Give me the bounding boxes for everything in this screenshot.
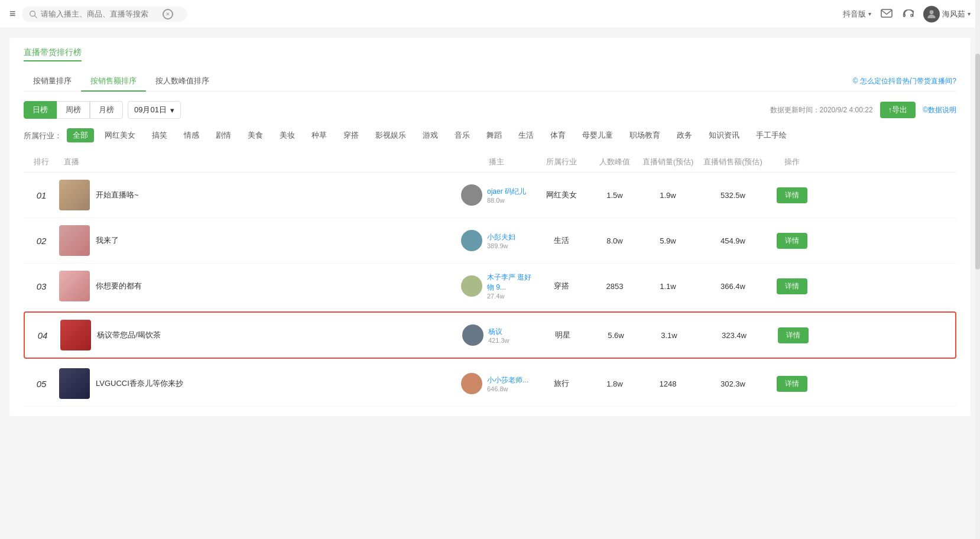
detail-button[interactable]: 详情	[777, 376, 807, 392]
header-sales-volume: 直播销量(预估)	[638, 157, 697, 167]
period-btn-group: 日榜 周榜 月榜	[24, 101, 123, 119]
streamer-col: 小小莎老师... 646.8w	[461, 373, 532, 394]
main-content: 直播带货排行榜 按销量排序 按销售额排序 按人数峰值排序 © 怎么定位抖音热门带…	[9, 38, 971, 416]
headset-icon-btn[interactable]	[902, 8, 914, 20]
industry-tag-17[interactable]: 政务	[671, 128, 698, 142]
industry-tag-7[interactable]: 种草	[306, 128, 333, 142]
action-col: 详情	[768, 376, 816, 392]
table-row: 05 LVGUCCI香奈儿等你来抄 小小莎老师... 646.8w 旅行 1.8…	[24, 361, 956, 407]
streamer-name[interactable]: 杨议	[488, 327, 509, 337]
btn-monthly[interactable]: 月榜	[90, 101, 123, 119]
detail-button[interactable]: 详情	[778, 327, 809, 343]
live-col: 开始直播咯~	[59, 180, 461, 210]
help-icon: ©	[852, 77, 858, 85]
industry-tag-6[interactable]: 美妆	[274, 128, 301, 142]
rank-number: 01	[24, 190, 59, 200]
streamer-avatar	[461, 230, 482, 251]
data-explain-link[interactable]: ©数据说明	[923, 105, 956, 115]
filter-right: 数据更新时间：2020/9/2 4:00:22 ↑导出 ©数据说明	[770, 102, 956, 118]
sales-amount-val: 323.4w	[699, 331, 770, 340]
live-col: 你想要的都有	[59, 271, 461, 301]
industry-tag-5[interactable]: 美食	[242, 128, 269, 142]
live-thumbnail	[59, 225, 90, 256]
menu-icon[interactable]: ≡	[9, 8, 16, 20]
streamer-name[interactable]: 小小莎老师...	[487, 375, 528, 385]
industry-tag-14[interactable]: 体育	[544, 128, 572, 142]
live-col: LVGUCCI香奈儿等你来抄	[59, 368, 461, 399]
scrollbar[interactable]	[975, 0, 980, 426]
scrollbar-thumb[interactable]	[975, 54, 980, 270]
nav-left: ≡ ✕	[9, 7, 187, 22]
industry-label: 所属行业：	[24, 131, 62, 141]
industry-tag-12[interactable]: 舞蹈	[481, 128, 508, 142]
streamer-info: 杨议 421.3w	[488, 327, 509, 344]
streamer-avatar	[461, 184, 482, 206]
industry-tag-13[interactable]: 生活	[512, 128, 540, 142]
sales-volume-val: 5.9w	[638, 236, 697, 245]
peak-viewers-val: 5.6w	[592, 331, 640, 340]
streamer-name[interactable]: 小彭夫妇	[487, 232, 515, 242]
streamer-fans: 421.3w	[488, 337, 509, 344]
clear-search-icon[interactable]: ✕	[163, 9, 173, 20]
industry-tag-4[interactable]: 剧情	[210, 128, 237, 142]
industry-tag-16[interactable]: 职场教育	[624, 128, 666, 142]
btn-daily[interactable]: 日榜	[24, 101, 57, 119]
sales-volume-val: 1.9w	[638, 191, 697, 200]
industry-tag-10[interactable]: 游戏	[417, 128, 444, 142]
tab-peak-viewers[interactable]: 按人数峰值排序	[146, 71, 219, 91]
streamer-name[interactable]: 木子李严 逛好物 9...	[487, 272, 532, 293]
tab-sales-amount[interactable]: 按销售额排序	[81, 71, 146, 91]
industry-val: 穿搭	[532, 281, 591, 291]
sales-volume-val: 3.1w	[640, 331, 699, 340]
streamer-info: ojaer 码纪儿 88.0w	[487, 187, 526, 204]
tab-sales-volume[interactable]: 按销量排序	[24, 71, 81, 91]
industry-tag-15[interactable]: 母婴儿童	[576, 128, 619, 142]
industry-val: 网红美女	[532, 190, 591, 200]
detail-button[interactable]: 详情	[777, 278, 807, 294]
sales-amount-val: 302.3w	[697, 379, 768, 388]
live-title: 我来了	[96, 235, 119, 246]
streamer-col: 小彭夫妇 389.9w	[461, 230, 532, 251]
industry-tag-1[interactable]: 网红美女	[99, 128, 141, 142]
streamer-name[interactable]: ojaer 码纪儿	[487, 187, 526, 197]
industry-tag-11[interactable]: 音乐	[449, 128, 476, 142]
industry-tag-9[interactable]: 影视娱乐	[369, 128, 412, 142]
peak-viewers-val: 8.0w	[591, 236, 638, 245]
streamer-col: 木子李严 逛好物 9... 27.4w	[461, 272, 532, 300]
sales-volume-val: 1.1w	[638, 282, 697, 291]
help-link-text: 怎么定位抖音热门带货直播间?	[860, 76, 956, 86]
help-link[interactable]: © 怎么定位抖音热门带货直播间?	[852, 76, 956, 86]
user-avatar-btn[interactable]: 海风茹 ▾	[923, 6, 971, 22]
detail-button[interactable]: 详情	[777, 187, 807, 203]
streamer-info: 小彭夫妇 389.9w	[487, 232, 515, 249]
action-col: 详情	[768, 187, 816, 203]
industry-val: 生活	[532, 235, 591, 246]
header-industry: 所属行业	[532, 157, 591, 167]
version-selector[interactable]: 抖音版 ▾	[843, 9, 871, 20]
industry-val: 旅行	[532, 378, 591, 389]
search-bar[interactable]: ✕	[22, 7, 187, 22]
streamer-avatar	[461, 275, 482, 297]
industry-tag-3[interactable]: 情感	[178, 128, 205, 142]
industry-tag-all[interactable]: 全部	[67, 128, 94, 142]
sales-amount-val: 366.4w	[697, 282, 768, 291]
sales-amount-val: 454.9w	[697, 236, 768, 245]
industry-tag-8[interactable]: 穿搭	[338, 128, 365, 142]
live-col: 杨议带您品/喝饮茶	[60, 320, 462, 350]
svg-point-5	[930, 10, 934, 14]
industry-tag-18[interactable]: 知识资讯	[703, 128, 745, 142]
btn-weekly[interactable]: 周榜	[57, 101, 90, 119]
user-avatar	[923, 6, 940, 22]
date-selector[interactable]: 09月01日 ▾	[128, 101, 181, 119]
message-icon-btn[interactable]	[881, 9, 893, 20]
search-input[interactable]	[41, 9, 159, 18]
industry-tag-19[interactable]: 手工手绘	[750, 128, 793, 142]
rank-number: 02	[24, 236, 59, 246]
industry-tag-2[interactable]: 搞笑	[146, 128, 173, 142]
streamer-fans: 88.0w	[487, 197, 526, 204]
streamer-col: 杨议 421.3w	[462, 324, 533, 346]
peak-viewers-val: 1.8w	[591, 379, 638, 388]
detail-button[interactable]: 详情	[777, 233, 807, 249]
live-title: 你想要的都有	[96, 281, 142, 291]
export-button[interactable]: ↑导出	[880, 102, 916, 118]
